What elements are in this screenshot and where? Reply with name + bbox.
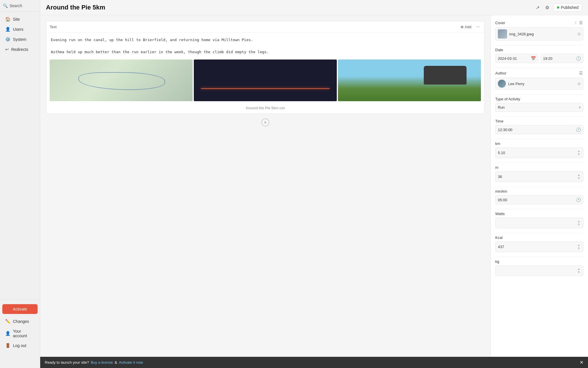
sidebar-bottom: Activate ✏️ Changes 👤 Your account 🚪 Log…	[0, 299, 40, 368]
watts-decrement[interactable]: ▼	[577, 223, 581, 226]
ellipsis-icon: ···	[476, 24, 480, 29]
cover-label: Cover ↑ ☰	[495, 20, 583, 26]
close-icon: ✕	[580, 360, 583, 365]
redirects-icon: ↩	[5, 47, 9, 52]
author-row: Lee Perry ⊖	[495, 78, 583, 90]
km-label: km	[495, 141, 583, 146]
plus-circle-icon: +	[264, 120, 266, 125]
kg-decrement[interactable]: ▼	[577, 271, 581, 274]
time-input[interactable]: 19:20 🕐	[541, 54, 584, 63]
watts-increment[interactable]: ▲	[577, 220, 581, 223]
author-list-button[interactable]: ☰	[579, 70, 583, 76]
block-actions: ⊕ Add ···	[459, 24, 481, 30]
minkm-label: min/km	[495, 189, 583, 193]
author-remove-button[interactable]: ⊖	[577, 81, 581, 86]
cover-thumb-inner	[498, 29, 507, 39]
divider-10	[495, 257, 583, 257]
kcal-input[interactable]: 437 ▲ ▼	[495, 241, 583, 252]
divider-1	[495, 45, 583, 45]
chevron-down-icon: ▾	[579, 105, 581, 110]
sidebar-item-log-out[interactable]: 🚪 Log out	[1, 341, 39, 350]
activity-select[interactable]: Run ▾	[495, 103, 583, 112]
buy-license-link[interactable]: Buy a license	[91, 360, 113, 365]
published-button[interactable]: Published	[553, 3, 583, 12]
author-label: Author ☰	[495, 70, 583, 76]
toast-bar: Ready to launch your site? Buy a license…	[40, 357, 588, 368]
gallery-image-3	[338, 60, 481, 101]
km-section: km 5.10 ▲ ▼	[495, 141, 583, 158]
m-value: 36	[498, 175, 577, 179]
sidebar-item-users[interactable]: 👤 Users	[1, 24, 39, 34]
watts-input[interactable]: ▲ ▼	[495, 218, 583, 228]
external-link-icon: ↗	[536, 5, 539, 10]
kcal-decrement[interactable]: ▼	[577, 247, 581, 250]
kcal-increment[interactable]: ▲	[577, 244, 581, 247]
cover-row: img_3428.jpeg ⊖	[495, 27, 583, 41]
search-button[interactable]: 🔍 Search	[0, 0, 40, 12]
activity-value: Run	[498, 105, 579, 110]
image-caption: Around the Pie 5km run	[46, 105, 484, 114]
sidebar-item-label: Redirects	[11, 47, 28, 52]
sidebar: 🔍 Search 🏠 Site 👤 Users ⚙️ System ↩ Redi…	[0, 0, 40, 368]
m-label: m	[495, 165, 583, 170]
gear-icon: ⚙	[545, 5, 549, 10]
settings-button[interactable]: ⚙	[543, 4, 551, 12]
cover-filename: img_3428.jpeg	[509, 32, 575, 36]
toast-separator: &	[115, 360, 117, 365]
divider-5	[495, 139, 583, 139]
account-icon: 👤	[5, 331, 11, 336]
divider-3	[495, 94, 583, 95]
block-header: Text ⊕ Add ···	[46, 21, 484, 32]
date-time-row: 2024-03-31 📅 19:20 🕐	[495, 54, 583, 63]
divider-2	[495, 68, 583, 68]
minkm-field[interactable]: 05:00 🕐	[495, 195, 583, 204]
page-title: Around the Pie 5km	[46, 4, 534, 11]
kcal-label: Kcal	[495, 235, 583, 240]
sidebar-item-redirects[interactable]: ↩ Redirects	[1, 45, 39, 54]
changes-icon: ✏️	[5, 319, 11, 324]
km-increment[interactable]: ▲	[577, 150, 581, 153]
kg-increment[interactable]: ▲	[577, 268, 581, 271]
kcal-spinners: ▲ ▼	[577, 244, 581, 250]
m-increment[interactable]: ▲	[577, 174, 581, 177]
chart-image	[194, 60, 337, 101]
cover-list-button[interactable]: ☰	[579, 20, 583, 26]
toast-close-button[interactable]: ✕	[580, 360, 583, 365]
editor-area: Text ⊕ Add ··· Evening run on the canal,…	[40, 15, 490, 368]
activate-now-link[interactable]: Activate it now	[119, 360, 143, 365]
kg-label: kg	[495, 259, 583, 264]
date-label: Date	[495, 48, 583, 52]
plus-icon: ⊕	[461, 25, 464, 29]
date-input[interactable]: 2024-03-31 📅	[495, 54, 538, 63]
time-field[interactable]: 12:30:00 🕐	[495, 125, 583, 134]
add-block-area: +	[46, 118, 485, 126]
add-block-button[interactable]: +	[261, 118, 269, 126]
time-clock-icon: 🕐	[576, 127, 581, 132]
sidebar-item-site[interactable]: 🏠 Site	[1, 14, 39, 24]
sidebar-item-your-account[interactable]: 👤 Your account	[1, 327, 39, 340]
activate-button[interactable]: Activate	[2, 304, 38, 314]
calendar-icon: 📅	[531, 56, 536, 61]
km-input[interactable]: 5.10 ▲ ▼	[495, 147, 583, 158]
date-section: Date 2024-03-31 📅 19:20 🕐	[495, 48, 583, 63]
kg-input[interactable]: ▲ ▼	[495, 265, 583, 276]
divider-8	[495, 209, 583, 209]
text-content[interactable]: Evening run on the canal, up the hill to…	[46, 32, 484, 60]
cover-remove-button[interactable]: ⊖	[577, 32, 581, 36]
add-button[interactable]: ⊕ Add	[459, 24, 473, 30]
sidebar-item-label: Users	[13, 27, 24, 32]
cover-share-button[interactable]: ↑	[574, 20, 577, 26]
sidebar-item-system[interactable]: ⚙️ System	[1, 34, 39, 44]
text-block: Text ⊕ Add ··· Evening run on the canal,…	[46, 21, 485, 114]
external-link-button[interactable]: ↗	[534, 4, 541, 12]
logout-icon: 🚪	[5, 343, 11, 348]
km-spinners: ▲ ▼	[577, 150, 581, 156]
kg-section: kg ▲ ▼	[495, 259, 583, 276]
block-menu-button[interactable]: ···	[475, 24, 481, 30]
sidebar-item-changes[interactable]: ✏️ Changes	[1, 317, 39, 326]
m-section: m 36 ▲ ▼	[495, 165, 583, 182]
toast-message: Ready to launch your site?	[45, 360, 89, 365]
m-input[interactable]: 36 ▲ ▼	[495, 171, 583, 182]
m-decrement[interactable]: ▼	[577, 177, 581, 180]
km-decrement[interactable]: ▼	[577, 153, 581, 156]
